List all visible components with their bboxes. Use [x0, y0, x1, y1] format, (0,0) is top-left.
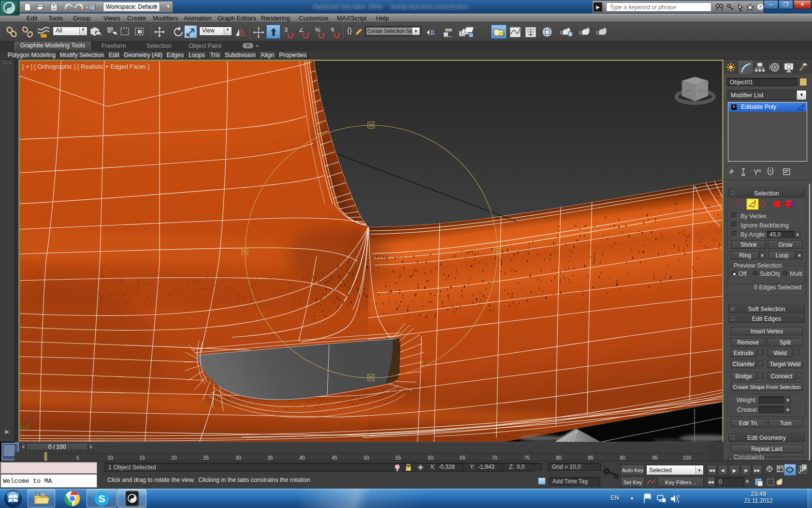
- svg-text:55: 55: [395, 455, 401, 461]
- svg-text:FRONT: FRONT: [697, 90, 707, 92]
- svg-text:?: ?: [759, 4, 762, 10]
- svg-text:35: 35: [267, 455, 273, 461]
- svg-text:1: 1: [432, 30, 435, 35]
- svg-text:[ + ] [ Orthographic ] [ Reali: [ + ] [ Orthographic ] [ Realistic + Edg…: [22, 63, 149, 70]
- svg-text:%: %: [315, 27, 320, 33]
- svg-text:z: z: [30, 410, 32, 415]
- svg-text:5: 5: [76, 455, 79, 461]
- svg-text:50: 50: [363, 455, 369, 461]
- svg-text:30: 30: [235, 455, 241, 461]
- svg-text:15: 15: [139, 455, 145, 461]
- svg-text:80: 80: [556, 455, 562, 461]
- svg-text:100: 100: [682, 455, 691, 461]
- svg-text:85: 85: [588, 455, 594, 461]
- svg-text:10: 10: [107, 455, 113, 461]
- svg-text:S: S: [98, 493, 105, 504]
- svg-text:95: 95: [652, 455, 658, 461]
- svg-text:90: 90: [620, 455, 625, 461]
- svg-text:40: 40: [299, 455, 305, 461]
- svg-text:x: x: [42, 424, 44, 429]
- svg-text:y: y: [21, 424, 24, 429]
- svg-text:∠: ∠: [299, 27, 304, 33]
- svg-text:60: 60: [428, 455, 434, 461]
- svg-text:⇅: ⇅: [331, 27, 334, 32]
- svg-text:LEFT: LEFT: [685, 90, 692, 92]
- svg-text:3: 3: [284, 26, 288, 33]
- svg-text:25: 25: [203, 455, 209, 461]
- svg-text:70: 70: [492, 455, 497, 461]
- svg-text:75: 75: [524, 455, 530, 461]
- svg-text:65: 65: [460, 455, 465, 461]
- svg-text:20: 20: [171, 455, 177, 461]
- svg-text:45: 45: [332, 455, 337, 461]
